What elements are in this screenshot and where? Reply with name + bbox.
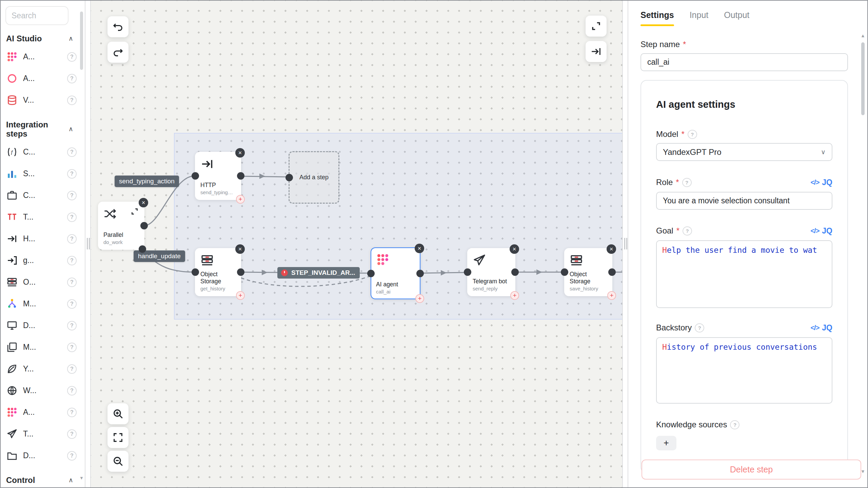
input-port[interactable] [464, 268, 471, 276]
help-icon[interactable]: ? [67, 408, 77, 417]
output-port[interactable] [511, 268, 519, 276]
input-port[interactable] [561, 268, 568, 276]
sidebar-item-http[interactable]: H... ? [5, 228, 77, 250]
resize-grip-icon[interactable] [87, 238, 90, 249]
sidebar-item-feather[interactable]: Y... ? [5, 358, 77, 380]
sidebar-item-docs[interactable]: D... ? [5, 445, 77, 467]
help-icon[interactable]: ? [67, 278, 77, 287]
node-http[interactable]: HTTP send_typing_acti... × + [195, 152, 241, 200]
help-icon[interactable]: ? [67, 52, 77, 62]
help-icon[interactable]: ? [67, 191, 77, 200]
zoom-in-button[interactable] [107, 403, 129, 424]
scrollbar-thumb[interactable] [861, 42, 865, 115]
add-connection-button[interactable]: + [510, 291, 519, 300]
add-connection-button[interactable]: + [607, 291, 616, 300]
tab-settings[interactable]: Settings [640, 10, 674, 26]
step-name-input[interactable] [640, 53, 848, 71]
output-port[interactable] [237, 172, 244, 180]
goal-jq-toggle[interactable]: </> JQ [810, 226, 832, 236]
help-icon[interactable]: ? [67, 386, 77, 395]
left-resize-divider[interactable] [85, 1, 91, 487]
sidebar-item-telegram[interactable]: T... ? [5, 423, 77, 445]
help-icon[interactable]: ? [67, 451, 77, 461]
role-input[interactable] [656, 192, 832, 210]
help-icon[interactable]: ? [683, 226, 692, 236]
goal-textarea[interactable]: Help the user find a movie to wat [656, 240, 832, 308]
sidebar-item-vector-store[interactable]: V... ? [5, 89, 77, 111]
output-port[interactable] [237, 268, 244, 276]
undo-button[interactable] [107, 16, 129, 37]
input-port[interactable] [192, 172, 199, 180]
add-connection-button[interactable]: + [236, 291, 245, 300]
sidebar-item-chart[interactable]: S... ? [5, 163, 77, 185]
delete-node-button[interactable]: × [235, 148, 245, 158]
edge-label-send-typing-action[interactable]: send_typing_action [115, 176, 179, 187]
resize-grip-icon[interactable] [624, 238, 627, 249]
backstory-textarea[interactable]: History of previous conversations [656, 337, 832, 404]
help-icon[interactable]: ? [682, 178, 692, 187]
section-ai-studio[interactable]: AI Studio ∧ [6, 34, 73, 43]
help-icon[interactable]: ? [67, 299, 77, 309]
delete-step-button[interactable]: Delete step [642, 460, 861, 480]
scrollbar-thumb[interactable] [80, 12, 83, 70]
edge-error-badge[interactable]: STEP_INVALID_AR... [277, 267, 360, 279]
tab-output[interactable]: Output [724, 10, 749, 26]
help-icon[interactable]: ? [67, 256, 77, 265]
backstory-jq-toggle[interactable]: </> JQ [810, 323, 832, 332]
scroll-down-icon[interactable]: ▼ [79, 475, 84, 481]
node-parallel[interactable]: Parallel do_work × [98, 202, 144, 250]
section-integration-steps[interactable]: Integration steps ∧ [6, 120, 73, 139]
delete-node-button[interactable]: × [415, 244, 424, 253]
help-icon[interactable]: ? [67, 321, 77, 330]
sidebar-item-ai-agent-2[interactable]: A... ? [5, 402, 77, 423]
node-ai-agent[interactable]: AI agent call_ai × + [371, 247, 420, 299]
sidebar-item-container[interactable]: C... ? [5, 185, 77, 206]
help-icon[interactable]: ? [730, 420, 739, 429]
delete-node-button[interactable]: × [235, 244, 245, 254]
node-object-storage-get-history[interactable]: Object Storage get_history × + [195, 248, 241, 296]
add-step-placeholder[interactable]: Add a step [289, 151, 339, 204]
add-connection-button[interactable]: + [415, 294, 424, 303]
node-object-storage-save-history[interactable]: Object Storage save_history × + [564, 248, 612, 296]
sidebar-item-assistant[interactable]: A... ? [5, 68, 77, 89]
sidebar-item-grpc[interactable]: g... ? [5, 250, 77, 271]
scroll-down-icon[interactable]: ▼ [860, 469, 866, 474]
help-icon[interactable]: ? [67, 96, 77, 105]
sidebar-item-display[interactable]: D... ? [5, 315, 77, 337]
add-connection-button[interactable]: + [236, 195, 245, 204]
help-icon[interactable]: ? [688, 130, 697, 139]
model-select[interactable]: YandexGPT Pro ∨ [656, 143, 832, 161]
output-port[interactable] [140, 222, 148, 229]
role-jq-toggle[interactable]: </> JQ [810, 178, 832, 187]
right-resize-divider[interactable] [622, 1, 628, 487]
output-port-2[interactable] [139, 245, 146, 253]
help-icon[interactable]: ? [67, 147, 77, 157]
tab-input[interactable]: Input [690, 10, 709, 26]
help-icon[interactable]: ? [67, 429, 77, 439]
auto-layout-button[interactable] [586, 16, 607, 37]
delete-node-button[interactable]: × [510, 244, 519, 254]
help-icon[interactable]: ? [67, 234, 77, 244]
sidebar-item-web[interactable]: W... ? [5, 380, 77, 402]
redo-button[interactable] [107, 42, 129, 63]
input-port[interactable] [192, 268, 199, 276]
output-port[interactable] [608, 268, 616, 276]
search-input[interactable] [5, 6, 68, 25]
input-port[interactable] [367, 270, 375, 277]
help-icon[interactable]: ? [67, 343, 77, 352]
collapse-panel-button[interactable] [586, 41, 607, 62]
sidebar-item-ai-agent[interactable]: A... ? [5, 46, 77, 68]
sidebar-item-tracker[interactable]: T... ? [5, 206, 77, 228]
scroll-up-icon[interactable]: ▲ [860, 33, 866, 38]
input-port[interactable] [285, 174, 293, 181]
help-icon[interactable]: ? [67, 364, 77, 374]
zoom-out-button[interactable] [107, 451, 129, 472]
fit-view-button[interactable] [107, 427, 129, 448]
sidebar-item-function[interactable]: ƒ C... ? [5, 141, 77, 163]
delete-node-button[interactable]: × [139, 198, 148, 207]
add-knowledge-source-button[interactable]: + [656, 436, 676, 450]
output-port[interactable] [416, 270, 424, 277]
node-telegram-bot[interactable]: Telegram bot send_reply × + [467, 248, 515, 296]
sidebar-item-object-storage[interactable]: O... ? [5, 271, 77, 293]
sidebar-scrollbar[interactable]: ▼ [80, 10, 83, 481]
